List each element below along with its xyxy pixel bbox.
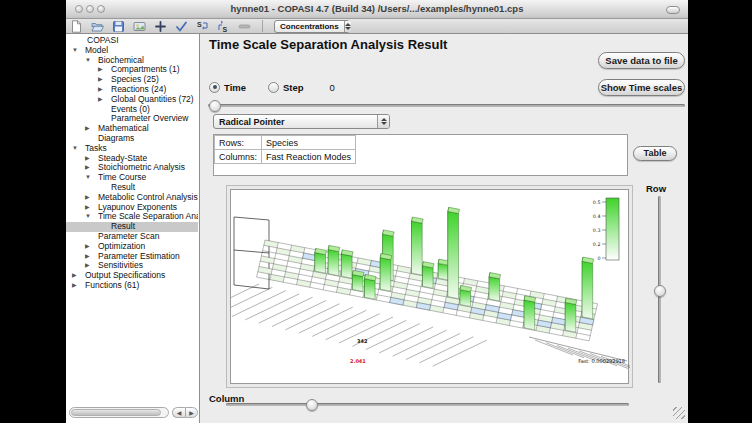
- sidebar-item-parameter-estimation[interactable]: ▶Parameter Estimation: [66, 252, 198, 262]
- sidebar-item-label: Result: [111, 183, 135, 193]
- sidebar-item-parameter-overview[interactable]: Parameter Overview: [66, 114, 198, 124]
- new-file-icon[interactable]: [70, 20, 83, 33]
- slider-tool-icon[interactable]: [238, 20, 251, 33]
- chevron-down-icon[interactable]: ▼: [85, 173, 98, 183]
- minimize-button[interactable]: [86, 5, 94, 13]
- sidebar-item-events-0[interactable]: Events (0): [66, 105, 198, 115]
- sidebar-item-label: Parameter Overview: [111, 114, 188, 124]
- close-button[interactable]: [75, 5, 83, 13]
- mode-dropdown[interactable]: Radical Pointer: [213, 114, 390, 129]
- sidebar-item-functions-61[interactable]: ▶Functions (61): [66, 281, 198, 291]
- step-radio[interactable]: [268, 82, 279, 93]
- sidebar-item-copasi[interactable]: COPASI: [66, 36, 198, 46]
- chevron-right-icon[interactable]: ▶: [85, 203, 98, 213]
- import-sbml-icon[interactable]: S: [196, 20, 209, 33]
- add-icon[interactable]: [154, 20, 167, 33]
- svg-text:S: S: [223, 26, 228, 33]
- bar-3d: [315, 248, 327, 273]
- sidebar-item-model[interactable]: ▼Model: [66, 46, 198, 56]
- sidebar-item-label: Parameter Scan: [98, 232, 159, 242]
- export-sbml-icon[interactable]: S: [217, 20, 230, 33]
- scrollbar-thumb[interactable]: [71, 409, 161, 416]
- chevron-right-icon[interactable]: ▶: [98, 65, 111, 75]
- commit-check-icon[interactable]: [175, 20, 188, 33]
- export-image-icon[interactable]: [133, 20, 146, 33]
- chevron-right-icon[interactable]: ▶: [85, 261, 98, 271]
- sidebar-item-biochemical[interactable]: ▼Biochemical: [66, 56, 198, 66]
- chevron-right-icon[interactable]: ▶: [85, 124, 98, 134]
- plot-3d-area[interactable]: 0.50.40.30.203422.041Fast: 0.000292918: [230, 189, 629, 384]
- toolbar-toggle-button[interactable]: [666, 6, 680, 14]
- chevron-down-icon[interactable]: ▼: [85, 56, 98, 66]
- bar-3d: [380, 254, 392, 292]
- resize-grip[interactable]: [673, 407, 685, 419]
- concentrations-dropdown[interactable]: Concentrations: [274, 20, 350, 33]
- bar-3d: [489, 273, 501, 302]
- sidebar-item-diagrams[interactable]: Diagrams: [66, 134, 198, 144]
- chevron-right-icon[interactable]: ▶: [72, 281, 85, 291]
- sidebar-item-label: Stoichiometric Analysis: [98, 163, 185, 173]
- content-pane: Time Scale Separation Analysis Result Sa…: [200, 34, 688, 423]
- legend-tick-label: 0.4: [593, 214, 601, 219]
- sidebar-hscrollbar[interactable]: [69, 407, 169, 418]
- bar-3d: [412, 217, 424, 275]
- sidebar-item-time-course[interactable]: ▼Time Course: [66, 173, 198, 183]
- sidebar-item-tasks[interactable]: ▼Tasks: [66, 144, 198, 154]
- save-icon[interactable]: [112, 20, 125, 33]
- sidebar-item-metabolic-control-analysis[interactable]: ▶Metabolic Control Analysis: [66, 193, 198, 203]
- sidebar-item-label: Model: [85, 46, 108, 56]
- sidebar-item-steady-state[interactable]: ▶Steady-State: [66, 154, 198, 164]
- chevron-right-icon[interactable]: ▶: [85, 242, 98, 252]
- zoom-button[interactable]: [97, 5, 105, 13]
- save-data-button[interactable]: Save data to file: [598, 52, 685, 69]
- bar-3d: [423, 262, 435, 289]
- sidebar-item-label: Diagrams: [98, 134, 134, 144]
- sidebar-item-species-25[interactable]: ▶Species (25): [66, 75, 198, 85]
- time-slider-thumb[interactable]: [209, 100, 221, 112]
- sidebar-item-global-quantities-72[interactable]: ▶Global Quantities (72): [66, 95, 198, 105]
- time-slider-track[interactable]: [208, 104, 685, 107]
- chevron-down-icon[interactable]: ▼: [72, 144, 85, 154]
- chevron-right-icon[interactable]: ▶: [72, 271, 85, 281]
- chevron-down-icon[interactable]: ▼: [72, 46, 85, 56]
- sidebar-item-result[interactable]: Result: [66, 183, 198, 193]
- sidebar-item-parameter-scan[interactable]: Parameter Scan: [66, 232, 198, 242]
- chevron-right-icon[interactable]: ▶: [85, 252, 98, 262]
- sidebar-item-reactions-24[interactable]: ▶Reactions (24): [66, 85, 198, 95]
- time-step-radio-group: Time Step 0: [209, 81, 335, 93]
- show-time-scales-button[interactable]: Show Time scales: [598, 79, 685, 96]
- row-slider-thumb[interactable]: [654, 285, 666, 297]
- chevron-right-icon[interactable]: ▶: [98, 95, 111, 105]
- sidebar-item-time-scale-separation-anal[interactable]: ▼Time Scale Separation Anal: [66, 212, 198, 222]
- chevron-down-icon[interactable]: ▼: [85, 212, 98, 222]
- column-slider-thumb[interactable]: [306, 399, 318, 411]
- chevron-right-icon[interactable]: ▶: [98, 85, 111, 95]
- sidebar-item-output-specifications[interactable]: ▶Output Specifications: [66, 271, 198, 281]
- sidebar-item-stoichiometric-analysis[interactable]: ▶Stoichiometric Analysis: [66, 163, 198, 173]
- chevron-right-icon[interactable]: ▶: [85, 163, 98, 173]
- copasi-window: hynne01 - COPASI 4.7 (Build 34) /Users/.…: [66, 0, 688, 423]
- time-radio[interactable]: [209, 82, 220, 93]
- title-bar[interactable]: hynne01 - COPASI 4.7 (Build 34) /Users/.…: [66, 0, 688, 19]
- sidebar-item-label: Lyapunov Exponents: [98, 203, 177, 213]
- sidebar-item-result[interactable]: Result: [66, 222, 198, 232]
- sidebar-item-optimization[interactable]: ▶Optimization: [66, 242, 198, 252]
- concentrations-dropdown-value: Concentrations: [275, 22, 344, 31]
- sidebar-item-mathematical[interactable]: ▶Mathematical: [66, 124, 198, 134]
- bar-3d: [460, 285, 472, 306]
- scroll-left-icon[interactable]: ◀: [172, 407, 185, 418]
- scrollbar-arrows: ◀ ▶: [172, 407, 198, 418]
- sidebar-item-lyapunov-exponents[interactable]: ▶Lyapunov Exponents: [66, 203, 198, 213]
- open-file-icon[interactable]: [91, 20, 104, 33]
- sidebar-item-sensitivities[interactable]: ▶Sensitivities: [66, 261, 198, 271]
- table-button[interactable]: Table: [633, 146, 677, 161]
- chevron-right-icon[interactable]: ▶: [85, 154, 98, 164]
- sidebar-item-label: Output Specifications: [85, 271, 165, 281]
- chevron-right-icon[interactable]: ▶: [85, 193, 98, 203]
- sidebar-item-label: Reactions (24): [111, 85, 166, 95]
- scroll-right-icon[interactable]: ▶: [185, 407, 198, 418]
- column-slider-track[interactable]: [226, 403, 629, 406]
- plot-3d[interactable]: 0.50.40.30.203422.041Fast: 0.000292918: [231, 190, 630, 385]
- chevron-right-icon[interactable]: ▶: [98, 75, 111, 85]
- sidebar-item-compartments-1[interactable]: ▶Compartments (1): [66, 65, 198, 75]
